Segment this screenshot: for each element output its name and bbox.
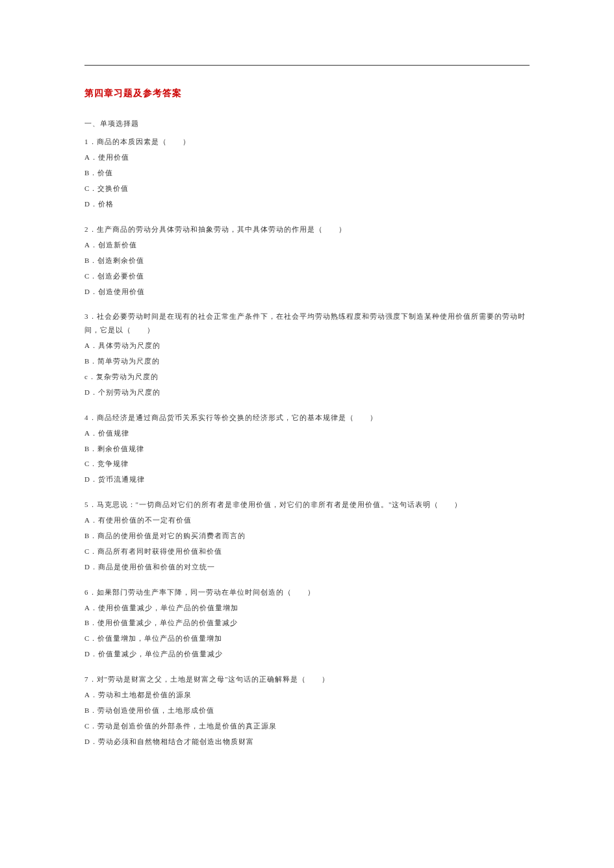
option-c: C．劳动是创造价值的外部条件，土地是价值的真正源泉 (84, 719, 530, 733)
question-stem: 7．对"劳动是财富之父，土地是财富之母"这句话的正确解释是（ ） (84, 673, 530, 686)
option-b: B．劳动创造使用价值，土地形成价值 (84, 704, 530, 717)
option-b: B．使用价值量减少，单位产品的价值量减少 (84, 616, 530, 630)
option-a: A．具体劳动为尺度的 (84, 339, 530, 353)
option-d: D．个别劳动为尺度的 (84, 386, 530, 399)
option-a: A．劳动和土地都是价值的源泉 (84, 688, 530, 702)
option-a: A．创造新价值 (84, 238, 530, 252)
option-b: B．价值 (84, 166, 530, 180)
section-heading: 一、单项选择题 (84, 117, 530, 130)
question-block-6: 6．如果部门劳动生产率下降，同一劳动在单位时间创造的（ ） A．使用价值量减少，… (84, 586, 530, 661)
option-b: B．剩余价值规律 (84, 442, 530, 456)
option-c: C．竞争规律 (84, 457, 530, 471)
option-b: B．创造剩余价值 (84, 254, 530, 267)
option-a: A．有使用价值的不一定有价值 (84, 514, 530, 527)
question-block-2: 2．生产商品的劳动分具体劳动和抽象劳动，其中具体劳动的作用是（ ） A．创造新价… (84, 223, 530, 298)
option-d: D．劳动必须和自然物相结合才能创造出物质财富 (84, 735, 530, 749)
option-a: A．使用价值 (84, 151, 530, 164)
option-a: A．价值规律 (84, 427, 530, 440)
question-block-1: 1．商品的本质因素是（ ） A．使用价值 B．价值 C．交换价值 D．价格 (84, 135, 530, 210)
question-block-3: 3．社会必要劳动时间是在现有的社会正常生产条件下，在社会平均劳动熟练程度和劳动强… (84, 310, 530, 399)
option-d: D．商品是使用价值和价值的对立统一 (84, 560, 530, 574)
question-block-7: 7．对"劳动是财富之父，土地是财富之母"这句话的正确解释是（ ） A．劳动和土地… (84, 673, 530, 748)
question-stem: 4．商品经济是通过商品货币关系实行等价交换的经济形式，它的基本规律是（ ） (84, 411, 530, 425)
option-a: A．使用价值量减少，单位产品的价值量增加 (84, 601, 530, 615)
question-stem: 5．马克思说："一切商品对它们的所有者是非使用价值，对它们的非所有者是使用价值。… (84, 498, 530, 512)
option-d: D．价格 (84, 197, 530, 211)
question-stem: 6．如果部门劳动生产率下降，同一劳动在单位时间创造的（ ） (84, 586, 530, 599)
option-b: B．简单劳动为尺度的 (84, 354, 530, 368)
option-c: C．价值量增加，单位产品的价值量增加 (84, 632, 530, 645)
option-c: C．商品所有者同时获得使用价值和价值 (84, 545, 530, 558)
option-b: B．商品的使用价值是对它的购买消费者而言的 (84, 529, 530, 543)
option-d: D．货币流通规律 (84, 473, 530, 486)
option-d: D．创造使用价值 (84, 285, 530, 299)
question-stem: 3．社会必要劳动时间是在现有的社会正常生产条件下，在社会平均劳动熟练程度和劳动强… (84, 310, 530, 337)
top-rule (84, 65, 530, 66)
question-block-5: 5．马克思说："一切商品对它们的所有者是非使用价值，对它们的非所有者是使用价值。… (84, 498, 530, 573)
option-d: D．价值量减少，单位产品的价值量减少 (84, 647, 530, 661)
option-c: C．创造必要价值 (84, 269, 530, 283)
question-stem: 2．生产商品的劳动分具体劳动和抽象劳动，其中具体劳动的作用是（ ） (84, 223, 530, 236)
page-title: 第四章习题及参考答案 (84, 85, 530, 103)
option-c: C．交换价值 (84, 182, 530, 195)
question-block-4: 4．商品经济是通过商品货币关系实行等价交换的经济形式，它的基本规律是（ ） A．… (84, 411, 530, 486)
question-stem: 1．商品的本质因素是（ ） (84, 135, 530, 149)
option-c: c．复杂劳动为尺度的 (84, 370, 530, 384)
